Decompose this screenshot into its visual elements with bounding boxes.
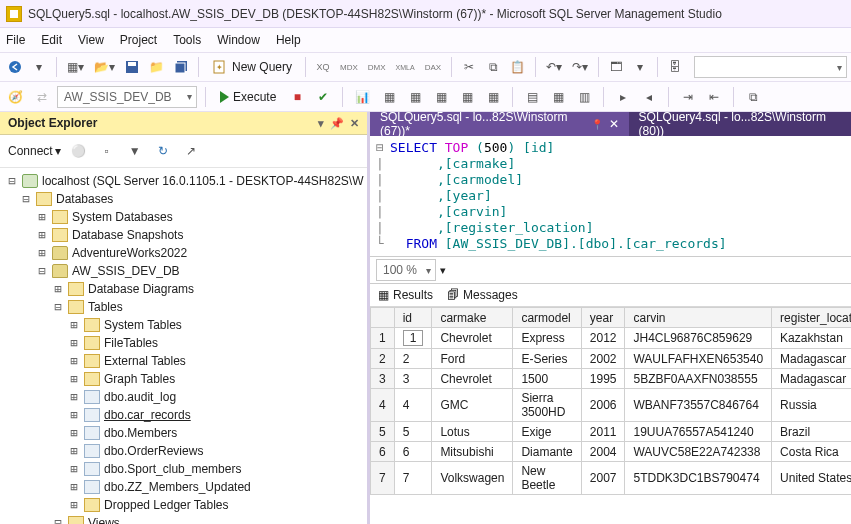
expand-toggle[interactable]: ⊞ xyxy=(68,316,80,334)
col-carmake[interactable]: carmake xyxy=(432,308,513,328)
sysdb-node[interactable]: System Databases xyxy=(72,208,173,226)
parse-button[interactable]: ✔ xyxy=(312,85,334,109)
intellisense-button[interactable]: ▦ xyxy=(404,85,426,109)
xquery-icon[interactable]: XQ xyxy=(312,55,334,79)
cell-carvin[interactable]: 19UUA76557A541240 xyxy=(625,422,772,442)
cell-year[interactable]: 2006 xyxy=(581,389,625,422)
devdb-node[interactable]: AW_SSIS_DEV_DB xyxy=(72,262,180,280)
tables-node[interactable]: Tables xyxy=(88,298,123,316)
filter-icon[interactable]: ▼ xyxy=(124,139,146,163)
graph-tables-node[interactable]: Graph Tables xyxy=(104,370,175,388)
cell-register-location[interactable]: Russia xyxy=(772,389,851,422)
cell-year[interactable]: 2002 xyxy=(581,349,625,369)
dmx-icon[interactable]: DMX xyxy=(364,55,390,79)
cell-carvin[interactable]: 5BZBF0AAXFN038555 xyxy=(625,369,772,389)
expand-toggle[interactable]: ⊞ xyxy=(68,460,80,478)
expand-toggle[interactable]: ⊟ xyxy=(36,262,48,280)
sql-editor[interactable]: ⊟SELECT TOP (500) [id] | ,[carmake] | ,[… xyxy=(370,136,851,257)
execute-button[interactable]: Execute xyxy=(214,86,282,108)
copy-button[interactable]: ⧉ xyxy=(482,55,504,79)
expand-toggle[interactable]: ⊞ xyxy=(68,496,80,514)
cancel-query-button[interactable]: ■ xyxy=(286,85,308,109)
indent-button[interactable]: ⇥ xyxy=(677,85,699,109)
change-connection-button[interactable]: ⇄ xyxy=(31,85,53,109)
uncomment-button[interactable]: ◂ xyxy=(638,85,660,109)
cell-year[interactable]: 2012 xyxy=(581,328,625,349)
table-sportclub[interactable]: dbo.Sport_club_members xyxy=(104,460,241,478)
col-carvin[interactable]: carvin xyxy=(625,308,772,328)
search-icon[interactable]: ↗ xyxy=(180,139,202,163)
specify-values-button[interactable]: ⧉ xyxy=(742,85,764,109)
zoom-combo[interactable]: 100 % xyxy=(376,259,436,281)
results-tab[interactable]: ▦Results xyxy=(378,288,433,302)
stop-icon[interactable]: ▫ xyxy=(96,139,118,163)
tab-sqlquery5[interactable]: SQLQuery5.sql - lo...82S\Winstorm (67))*… xyxy=(370,112,629,136)
query-options-button[interactable]: ▦ xyxy=(378,85,400,109)
open-file-button[interactable]: 📁 xyxy=(145,55,168,79)
table-row[interactable]: 77VolkswagenNew Beetle20075TDDK3DC1BS790… xyxy=(371,462,852,495)
dropped-tables-node[interactable]: Dropped Ledger Tables xyxy=(104,496,229,514)
mdx-icon[interactable]: MDX xyxy=(336,55,362,79)
cell-carmake[interactable]: GMC xyxy=(432,389,513,422)
col-id[interactable]: id xyxy=(394,308,432,328)
quick-launch[interactable] xyxy=(694,56,847,78)
table-row[interactable]: 11ChevroletExpress2012JH4CL96876C859629K… xyxy=(371,328,852,349)
views-node[interactable]: Views xyxy=(88,514,120,524)
zoom-dropdown-icon[interactable]: ▾ xyxy=(440,264,446,277)
table-row[interactable]: 44GMCSierra 3500HD2006WBANF73557C846764R… xyxy=(371,389,852,422)
use-db-button[interactable]: 🧭 xyxy=(4,85,27,109)
refresh-icon[interactable]: ↻ xyxy=(152,139,174,163)
cell-carmodel[interactable]: Exige xyxy=(513,422,581,442)
database-combo[interactable]: AW_SSIS_DEV_DB xyxy=(57,86,197,108)
cell-register-location[interactable]: United States xyxy=(772,462,851,495)
cell-year[interactable]: 2011 xyxy=(581,422,625,442)
expand-toggle[interactable]: ⊞ xyxy=(68,478,80,496)
cell-carmake[interactable]: Volkswagen xyxy=(432,462,513,495)
cell-carmodel[interactable]: New Beetle xyxy=(513,462,581,495)
outdent-button[interactable]: ⇤ xyxy=(703,85,725,109)
menu-edit[interactable]: Edit xyxy=(41,33,62,47)
expand-toggle[interactable]: ⊞ xyxy=(68,442,80,460)
new-button[interactable]: ▦▾ xyxy=(63,55,88,79)
live-stats-button[interactable]: ▦ xyxy=(456,85,478,109)
expand-toggle[interactable]: ⊟ xyxy=(20,190,32,208)
expand-toggle[interactable]: ⊞ xyxy=(68,406,80,424)
cell-register-location[interactable]: Madagascar xyxy=(772,349,851,369)
cell-id[interactable]: 3 xyxy=(394,369,432,389)
actual-plan-button[interactable]: ▦ xyxy=(430,85,452,109)
table-zzmembers[interactable]: dbo.ZZ_Members_Updated xyxy=(104,478,251,496)
pin-icon[interactable]: 📍 xyxy=(591,119,603,130)
cell-carmodel[interactable]: E-Series xyxy=(513,349,581,369)
results-grid[interactable]: id carmake carmodel year carvin register… xyxy=(370,307,851,524)
adventureworks-node[interactable]: AdventureWorks2022 xyxy=(72,244,187,262)
table-row[interactable]: 22FordE-Series2002WAULFAFHXEN653540Madag… xyxy=(371,349,852,369)
nav-back-button[interactable] xyxy=(4,55,26,79)
client-stats-button[interactable]: ▦ xyxy=(482,85,504,109)
snapshots-node[interactable]: Database Snapshots xyxy=(72,226,183,244)
expand-toggle[interactable]: ⊞ xyxy=(36,226,48,244)
external-tables-node[interactable]: External Tables xyxy=(104,352,186,370)
menu-window[interactable]: Window xyxy=(217,33,260,47)
cell-id[interactable]: 6 xyxy=(394,442,432,462)
open-button[interactable]: 📂▾ xyxy=(90,55,119,79)
expand-toggle[interactable]: ⊟ xyxy=(6,172,18,190)
cell-carmodel[interactable]: Sierra 3500HD xyxy=(513,389,581,422)
panel-dropdown-icon[interactable]: ▾ xyxy=(318,117,324,130)
table-row[interactable]: 55LotusExige201119UUA76557A541240Brazil xyxy=(371,422,852,442)
cell-carmake[interactable]: Chevrolet xyxy=(432,328,513,349)
cell-carvin[interactable]: WBANF73557C846764 xyxy=(625,389,772,422)
panel-close-icon[interactable]: ✕ xyxy=(350,117,359,130)
cell-year[interactable]: 2004 xyxy=(581,442,625,462)
cell-id[interactable]: 4 xyxy=(394,389,432,422)
cell-carmodel[interactable]: 1500 xyxy=(513,369,581,389)
cell-year[interactable]: 1995 xyxy=(581,369,625,389)
results-grid-button[interactable]: ▦ xyxy=(547,85,569,109)
cell-register-location[interactable]: Madagascar xyxy=(772,369,851,389)
expand-toggle[interactable]: ⊞ xyxy=(36,244,48,262)
cell-carmodel[interactable]: Diamante xyxy=(513,442,581,462)
expand-toggle[interactable]: ⊞ xyxy=(36,208,48,226)
object-explorer-tree[interactable]: ⊟localhost (SQL Server 16.0.1105.1 - DES… xyxy=(0,168,367,524)
save-all-button[interactable] xyxy=(170,55,192,79)
server-node[interactable]: localhost (SQL Server 16.0.1105.1 - DESK… xyxy=(42,172,363,190)
save-button[interactable] xyxy=(121,55,143,79)
